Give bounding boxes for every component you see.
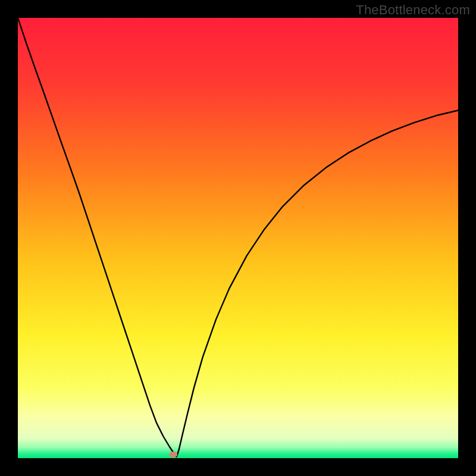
plot-area bbox=[18, 18, 458, 458]
watermark-text: TheBottleneck.com bbox=[356, 2, 470, 18]
chart-frame: TheBottleneck.com bbox=[0, 0, 476, 476]
curve-layer bbox=[18, 18, 458, 458]
